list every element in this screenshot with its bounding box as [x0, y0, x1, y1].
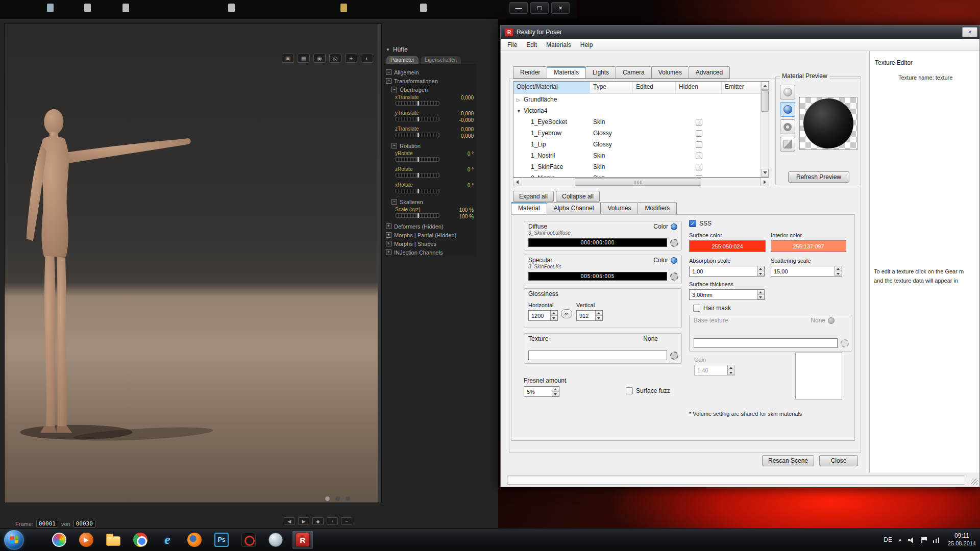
network-icon[interactable] [933, 537, 940, 543]
menu-materials[interactable]: Materials [542, 40, 576, 50]
preview-shape-torus-button[interactable] [780, 119, 795, 134]
scroll-left-arrow[interactable] [513, 178, 522, 186]
texture-input[interactable] [528, 350, 667, 360]
play-button[interactable]: ▶ [298, 517, 309, 525]
param-value[interactable]: 0 ° [468, 182, 474, 189]
tab-material[interactable]: Material [511, 202, 547, 214]
collapse-toggle-icon[interactable]: − [391, 199, 397, 205]
page-dot[interactable] [325, 496, 330, 501]
taskbar-media-player[interactable]: ▶ [76, 530, 97, 549]
page-dot[interactable] [346, 496, 350, 501]
viewport-scrollbar[interactable] [378, 24, 381, 503]
param-dial-slider[interactable] [395, 117, 440, 121]
surface-fuzz-checkbox[interactable] [626, 387, 633, 394]
collapse-toggle-icon[interactable]: − [391, 143, 397, 148]
diffuse-color-bar[interactable]: 000:000:000 [528, 238, 667, 247]
table-row-grundflaeche[interactable]: ▷Grundfläche [513, 94, 769, 105]
close-dialog-button[interactable]: Close [819, 455, 858, 466]
spinner-arrows[interactable] [835, 266, 842, 276]
gear-icon[interactable] [670, 352, 678, 360]
tab-materials[interactable]: Materials [547, 66, 585, 79]
spinner-arrows[interactable] [757, 266, 764, 276]
taskbar-poser[interactable] [238, 530, 259, 549]
tab-volumes-editor[interactable]: Volumes [600, 202, 638, 214]
scrollbar-thumb[interactable] [575, 178, 701, 186]
color-globe-icon[interactable] [671, 257, 677, 264]
table-row-material[interactable]: 1_SkinFace Skin [513, 161, 769, 172]
tree-expander-icon[interactable]: ▼ [517, 109, 524, 114]
tab-alpha-channel[interactable]: Alpha Channel [547, 202, 601, 214]
viewport-grid-tool-icon[interactable]: ▦ [298, 54, 310, 63]
remove-keyframe-button[interactable]: − [341, 517, 352, 525]
param-value[interactable]: -0,000-0,000 [459, 110, 474, 123]
spinner-arrows[interactable] [757, 290, 764, 299]
rescan-scene-button[interactable]: Rescan Scene [762, 455, 814, 466]
menu-help[interactable]: Help [576, 40, 598, 50]
param-dial-slider[interactable] [395, 101, 440, 106]
poser-viewport[interactable]: ▣ ▦ ◉ ◎ + ◐ [4, 23, 382, 503]
param-value[interactable]: 0,000 [461, 94, 474, 101]
add-keyframe-button[interactable]: + [327, 517, 338, 525]
dial-knob[interactable] [417, 157, 420, 162]
spinner-arrows[interactable] [595, 311, 602, 320]
column-type[interactable]: Type [590, 82, 633, 93]
keyframe-button[interactable]: ◆ [312, 517, 324, 525]
frame-total-field[interactable]: 00030 [74, 520, 95, 528]
expand-all-button[interactable]: Expand all [513, 191, 554, 202]
viewport-orbit-tool-icon[interactable]: ◉ [313, 54, 326, 63]
column-object-material[interactable]: Object/Material [513, 82, 590, 93]
param-group-header[interactable]: +Morphs | Partial (Hidden) [386, 231, 477, 239]
taskbar-chrome[interactable] [130, 530, 151, 549]
taskbar-explorer[interactable] [103, 530, 124, 549]
taskbar-media-center[interactable] [48, 530, 70, 549]
maximize-button[interactable]: □ [530, 2, 549, 14]
collapse-toggle-icon[interactable]: − [386, 78, 391, 84]
param-group-header[interactable]: +Deformers (Hidden) [386, 222, 477, 231]
viewport-page-dots[interactable] [325, 496, 350, 501]
collapse-all-button[interactable]: Collapse all [556, 191, 600, 202]
expand-toggle-icon[interactable]: + [386, 223, 391, 229]
scroll-up-arrow[interactable] [761, 82, 769, 90]
param-value[interactable]: 0 ° [468, 166, 474, 173]
hidden-checkbox[interactable] [696, 119, 702, 126]
figure-victoria4[interactable] [14, 104, 218, 444]
dial-knob[interactable] [417, 172, 420, 178]
color-globe-icon[interactable] [671, 223, 677, 230]
spinner-arrows[interactable] [550, 311, 557, 320]
tab-eigenschaften[interactable]: Eigenschaften [420, 56, 461, 64]
scroll-down-arrow[interactable] [761, 169, 769, 177]
dial-knob[interactable] [417, 132, 420, 138]
surface-thickness-spinner[interactable]: 3,00mm [689, 289, 765, 300]
frame-current-field[interactable]: 00001 [36, 520, 58, 528]
surface-color-swatch[interactable]: 255:050:024 [689, 240, 766, 252]
expand-toggle-icon[interactable]: + [386, 249, 391, 255]
dial-knob[interactable] [417, 101, 420, 106]
taskbar-photoshop[interactable]: Ps [211, 530, 232, 549]
menu-file[interactable]: File [503, 40, 522, 50]
spinner-arrows[interactable] [552, 387, 559, 396]
sss-checkbox[interactable]: ✓ [689, 220, 696, 227]
taskbar-internet-explorer[interactable]: e [157, 530, 178, 549]
step-back-button[interactable]: ◀ [284, 517, 295, 525]
interior-color-swatch[interactable]: 255:137:097 [771, 240, 846, 252]
preview-shape-plane-button[interactable] [780, 85, 795, 99]
column-hidden[interactable]: Hidden [676, 82, 722, 93]
taskbar-reality[interactable]: R [292, 530, 313, 549]
reality-titlebar[interactable]: R Reality for Poser × [501, 26, 979, 39]
table-row-material[interactable]: 1_EyeSocket Skin [513, 116, 769, 128]
tab-parameter[interactable]: Parameter [386, 56, 419, 64]
table-row-material[interactable]: 1_Eyebrow Glossy [513, 128, 769, 139]
preview-shape-sphere-button[interactable] [780, 102, 795, 117]
language-indicator[interactable]: DE [884, 536, 892, 543]
expand-toggle-icon[interactable]: + [386, 241, 391, 246]
menu-edit[interactable]: Edit [522, 40, 542, 50]
volume-icon[interactable] [908, 537, 916, 543]
reality-close-button[interactable]: × [962, 27, 977, 37]
param-dial-slider[interactable] [395, 133, 440, 137]
param-subgroup-header[interactable]: −Rotation [386, 141, 477, 150]
gear-icon[interactable] [670, 272, 678, 281]
param-group-header[interactable]: +Morphs | Shapes [386, 239, 477, 248]
tree-expander-icon[interactable]: ▷ [517, 97, 524, 103]
table-row-victoria4[interactable]: ▼Victoria4 [513, 105, 769, 116]
scrollbar-thumb[interactable] [761, 90, 769, 112]
